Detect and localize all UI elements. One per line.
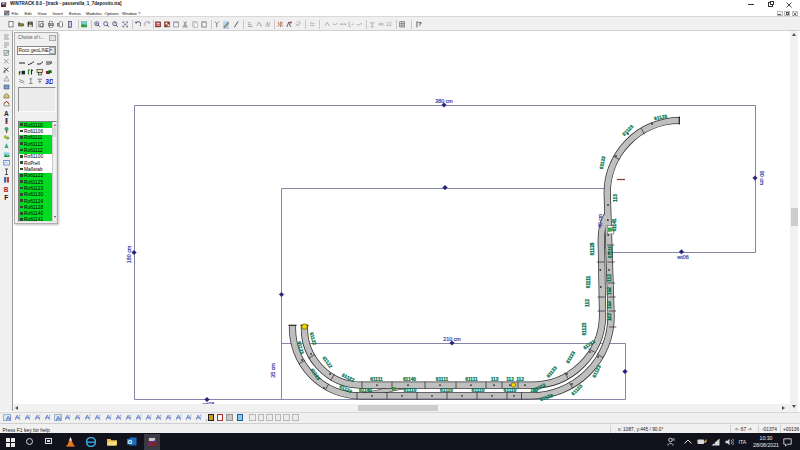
svg-text:61110: 61110 [472,388,485,393]
svg-text:61123: 61123 [565,350,576,364]
svg-text:112: 112 [506,377,514,382]
svg-text:61123: 61123 [546,365,558,378]
svg-text:61140: 61140 [359,388,372,393]
svg-text:61141: 61141 [612,218,617,231]
svg-text:112: 112 [607,274,612,282]
svg-text:113: 113 [491,377,499,382]
svg-text:61123: 61123 [599,155,607,169]
svg-text:210 cm: 210 cm [443,336,461,342]
svg-text:wt06: wt06 [676,254,688,260]
svg-text:61111: 61111 [465,377,478,382]
svg-text:61123: 61123 [582,322,587,335]
svg-text:61111: 61111 [370,377,383,382]
svg-text:61128: 61128 [590,242,595,255]
svg-text:113: 113 [613,194,618,202]
svg-text:113: 113 [607,301,612,309]
svg-text:112: 112 [585,299,590,307]
svg-text:R: R [672,438,675,442]
svg-text:61111: 61111 [436,377,449,382]
svg-text:380 cm: 380 cm [435,98,453,104]
svg-text:3D: 3D [46,77,54,84]
svg-text:112: 112 [607,287,612,295]
svg-text:40 cm: 40 cm [597,214,603,228]
svg-text:61111: 61111 [586,275,591,288]
svg-text:90 cm: 90 cm [759,171,765,186]
svg-text:112: 112 [516,377,524,382]
svg-text:O: O [128,439,133,445]
svg-text:35 cm: 35 cm [270,363,276,378]
svg-text:61110: 61110 [440,388,453,393]
svg-text:f: f [18,69,21,75]
svg-text:61110: 61110 [404,388,417,393]
svg-text:61110: 61110 [504,388,517,393]
svg-text:180 cm: 180 cm [126,245,132,263]
svg-text:61111: 61111 [608,245,613,258]
svg-text:⚡: ⚡ [704,438,707,443]
svg-text:112: 112 [607,313,612,321]
svg-text:61140: 61140 [403,377,416,382]
